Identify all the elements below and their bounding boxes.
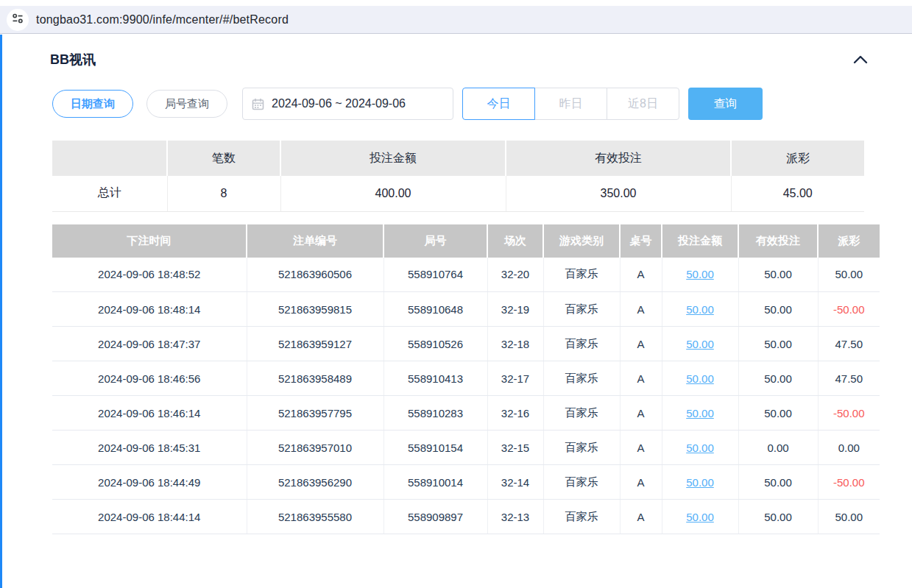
valid-bet-cell: 0.00 <box>738 431 818 465</box>
site-settings-button[interactable] <box>7 9 29 31</box>
bet-amount-cell: 50.00 <box>662 431 738 465</box>
bet-amount-link[interactable]: 50.00 <box>686 407 714 419</box>
valid-bet-cell: 50.00 <box>738 396 818 431</box>
round-id-cell: 558909897 <box>383 500 487 534</box>
time-cell: 2024-09-06 18:48:52 <box>52 258 247 292</box>
bet-record-page: BB视讯 日期查询 局号查询 <box>0 35 912 588</box>
col-table-no: 桌号 <box>620 224 662 258</box>
browser-chrome: tongbao31.com:9900/infe/mcenter/#/betRec… <box>0 0 912 35</box>
time-cell: 2024-09-06 18:44:14 <box>52 500 247 534</box>
round-id-cell: 558910014 <box>383 465 487 500</box>
session-cell: 32-17 <box>487 361 543 396</box>
table-no-cell: A <box>620 292 662 327</box>
valid-bet-cell: 50.00 <box>738 258 818 292</box>
collapse-panel-button[interactable] <box>851 52 870 67</box>
bet-amount-link[interactable]: 50.00 <box>686 338 714 350</box>
game-type-cell: 百家乐 <box>543 500 620 534</box>
summary-header-blank <box>52 141 167 176</box>
bet-amount-cell: 50.00 <box>662 327 738 361</box>
col-bet-amount: 投注金额 <box>662 224 738 258</box>
payout-cell: 50.00 <box>818 258 880 292</box>
time-cell: 2024-09-06 18:46:14 <box>52 396 247 431</box>
summary-bet-amount: 400.00 <box>280 176 506 211</box>
order-id-cell: 521863959127 <box>247 327 383 361</box>
summary-header-bet-amount: 投注金额 <box>280 141 506 176</box>
search-button[interactable]: 查询 <box>688 88 763 120</box>
order-id-cell: 521863960506 <box>247 258 383 292</box>
col-game-type: 游戏类别 <box>543 224 620 258</box>
bet-amount-link[interactable]: 50.00 <box>686 372 714 385</box>
tab-round-query[interactable]: 局号查询 <box>146 90 227 118</box>
time-cell: 2024-09-06 18:46:56 <box>52 361 247 396</box>
bet-amount-link[interactable]: 50.00 <box>686 268 714 280</box>
col-round-id: 局号 <box>383 224 487 258</box>
valid-bet-cell: 50.00 <box>738 500 818 534</box>
bet-amount-cell: 50.00 <box>662 258 738 292</box>
valid-bet-cell: 50.00 <box>738 361 818 396</box>
session-cell: 32-14 <box>487 465 543 500</box>
col-valid-bet: 有效投注 <box>738 224 818 258</box>
table-row: 2024-09-06 18:45:31521863957010558910154… <box>52 431 880 465</box>
session-cell: 32-20 <box>487 258 543 292</box>
summary-total-label: 总计 <box>52 176 167 211</box>
game-type-cell: 百家乐 <box>543 258 620 292</box>
bet-amount-link[interactable]: 50.00 <box>686 303 714 316</box>
calendar-icon <box>252 98 264 110</box>
game-type-cell: 百家乐 <box>543 431 620 465</box>
chevron-up-icon <box>851 57 870 69</box>
game-type-cell: 百家乐 <box>543 361 620 396</box>
page-title: BB视讯 <box>50 51 96 68</box>
order-id-cell: 521863957795 <box>247 396 383 431</box>
table-row: 2024-09-06 18:46:56521863958489558910413… <box>52 361 880 396</box>
bet-amount-link[interactable]: 50.00 <box>686 442 714 454</box>
round-id-cell: 558910764 <box>383 258 487 292</box>
table-no-cell: A <box>620 396 662 431</box>
address-bar[interactable]: tongbao31.com:9900/infe/mcenter/#/betRec… <box>0 6 912 34</box>
time-cell: 2024-09-06 18:48:14 <box>52 292 247 327</box>
order-id-cell: 521863955580 <box>247 500 383 534</box>
payout-cell: 47.50 <box>818 361 880 396</box>
records-header-row: 下注时间 注单编号 局号 场次 游戏类别 桌号 投注金额 有效投注 派彩 <box>52 224 880 258</box>
tab-date-query[interactable]: 日期查询 <box>52 90 133 118</box>
table-no-cell: A <box>620 327 662 361</box>
bet-amount-link[interactable]: 50.00 <box>686 476 714 489</box>
bet-amount-cell: 50.00 <box>662 396 738 431</box>
col-session: 场次 <box>487 224 543 258</box>
table-row: 2024-09-06 18:44:49521863956290558910014… <box>52 465 880 500</box>
order-id-cell: 521863959815 <box>247 292 383 327</box>
table-row: 2024-09-06 18:48:52521863960506558910764… <box>52 258 880 292</box>
round-id-cell: 558910648 <box>383 292 487 327</box>
time-cell: 2024-09-06 18:44:49 <box>52 465 247 500</box>
table-no-cell: A <box>620 431 662 465</box>
summary-payout: 45.00 <box>731 176 864 211</box>
time-cell: 2024-09-06 18:45:31 <box>52 431 247 465</box>
date-range-value: 2024-09-06 ~ 2024-09-06 <box>272 97 406 110</box>
round-id-cell: 558910154 <box>383 431 487 465</box>
round-id-cell: 558910283 <box>383 396 487 431</box>
bet-amount-cell: 50.00 <box>662 500 738 534</box>
url-text[interactable]: tongbao31.com:9900/infe/mcenter/#/betRec… <box>36 13 289 26</box>
date-range-input[interactable]: 2024-09-06 ~ 2024-09-06 <box>242 88 453 120</box>
summary-header-valid-bet: 有效投注 <box>506 141 731 176</box>
table-row: 2024-09-06 18:44:14521863955580558909897… <box>52 500 880 534</box>
order-id-cell: 521863958489 <box>247 361 383 396</box>
col-payout: 派彩 <box>818 224 880 258</box>
time-cell: 2024-09-06 18:47:37 <box>52 327 247 361</box>
game-type-cell: 百家乐 <box>543 396 620 431</box>
table-row: 2024-09-06 18:46:14521863957795558910283… <box>52 396 880 431</box>
session-cell: 32-15 <box>487 431 543 465</box>
order-id-cell: 521863956290 <box>247 465 383 500</box>
bet-amount-cell: 50.00 <box>662 465 738 500</box>
round-id-cell: 558910526 <box>383 327 487 361</box>
session-cell: 32-13 <box>487 500 543 534</box>
quick-range-yesterday[interactable]: 昨日 <box>534 88 607 120</box>
quick-range-group: 今日 昨日 近8日 <box>462 88 679 120</box>
summary-header-payout: 派彩 <box>731 141 864 176</box>
round-id-cell: 558910413 <box>383 361 487 396</box>
valid-bet-cell: 50.00 <box>738 465 818 500</box>
bet-amount-link[interactable]: 50.00 <box>686 511 714 523</box>
quick-range-last8days[interactable]: 近8日 <box>607 88 679 120</box>
summary-header-row: 笔数 投注金额 有效投注 派彩 <box>52 141 864 176</box>
table-no-cell: A <box>620 258 662 292</box>
quick-range-today[interactable]: 今日 <box>462 88 535 120</box>
